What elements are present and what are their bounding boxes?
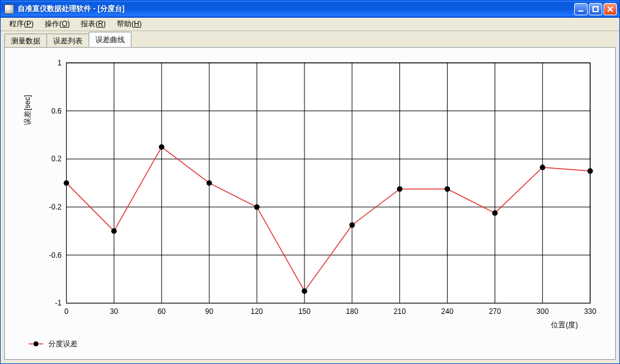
chart-area: 0306090120150180210240270300330-1-0.6-0.…	[5, 48, 615, 359]
app-window: 自准直仪数据处理软件 - [分度台] 程序(P) 操作(O) 报表(R) 帮助(…	[0, 0, 620, 364]
titlebar[interactable]: 自准直仪数据处理软件 - [分度台]	[1, 1, 619, 18]
close-icon	[607, 5, 614, 13]
y-tick-label: -0.6	[49, 251, 62, 260]
x-tick-label: 120	[251, 307, 263, 316]
maximize-icon	[592, 5, 599, 13]
minimize-icon	[577, 5, 585, 13]
data-point	[64, 180, 69, 186]
tab-panel-error-curve: 0306090120150180210240270300330-1-0.6-0.…	[4, 47, 616, 360]
tabstrip: 测量数据 误差列表 误差曲线	[4, 34, 616, 47]
data-point	[588, 168, 593, 173]
x-axis-label: 位置(度)	[551, 321, 578, 329]
x-tick-label: 270	[489, 307, 501, 316]
menu-help[interactable]: 帮助(H)	[112, 18, 147, 31]
data-point	[397, 186, 402, 192]
client-area: 测量数据 误差列表 误差曲线 0306090120150180210240270…	[1, 31, 619, 363]
svg-rect-2	[67, 63, 591, 303]
y-tick-label: -1	[55, 299, 62, 307]
svg-rect-1	[593, 7, 598, 12]
y-tick-label: -0.2	[49, 203, 62, 211]
data-point	[492, 210, 498, 216]
y-tick-label: 0.6	[51, 107, 62, 115]
maximize-button[interactable]	[589, 3, 602, 15]
data-point	[445, 186, 450, 192]
y-tick-label: 1	[57, 59, 62, 67]
data-point	[301, 288, 307, 294]
x-tick-label: 330	[584, 307, 596, 316]
tab-measure-data[interactable]: 测量数据	[4, 34, 47, 48]
x-tick-label: 90	[205, 307, 214, 316]
legend-marker-icon	[34, 341, 39, 346]
menubar: 程序(P) 操作(O) 报表(R) 帮助(H)	[1, 18, 619, 31]
data-point	[111, 228, 117, 234]
legend-label: 分度误差	[48, 340, 78, 348]
window-title: 自准直仪数据处理软件 - [分度台]	[18, 4, 125, 14]
data-point	[540, 165, 545, 170]
x-tick-label: 0	[64, 307, 68, 316]
y-tick-label: 0.2	[51, 155, 62, 163]
y-axis-label: 误差[sec]	[23, 95, 32, 125]
menu-report[interactable]: 报表(R)	[76, 18, 111, 31]
menu-program[interactable]: 程序(P)	[4, 18, 39, 31]
x-tick-label: 300	[536, 307, 548, 316]
data-point	[159, 144, 164, 150]
data-point	[254, 204, 260, 209]
x-tick-label: 60	[158, 307, 166, 316]
tab-error-curve[interactable]: 误差曲线	[89, 32, 131, 47]
minimize-button[interactable]	[574, 3, 588, 15]
menu-operate[interactable]: 操作(O)	[40, 18, 75, 31]
error-curve-chart: 0306090120150180210240270300330-1-0.6-0.…	[5, 48, 615, 359]
x-tick-label: 210	[394, 307, 406, 316]
x-tick-label: 150	[298, 307, 311, 316]
close-button[interactable]	[603, 3, 617, 15]
x-tick-label: 180	[346, 307, 358, 316]
app-icon	[4, 4, 14, 14]
window-buttons	[574, 3, 617, 15]
data-point	[349, 222, 355, 228]
x-tick-label: 30	[110, 307, 119, 316]
data-point	[207, 180, 212, 186]
tab-error-list[interactable]: 误差列表	[46, 34, 89, 48]
x-tick-label: 240	[441, 307, 454, 316]
